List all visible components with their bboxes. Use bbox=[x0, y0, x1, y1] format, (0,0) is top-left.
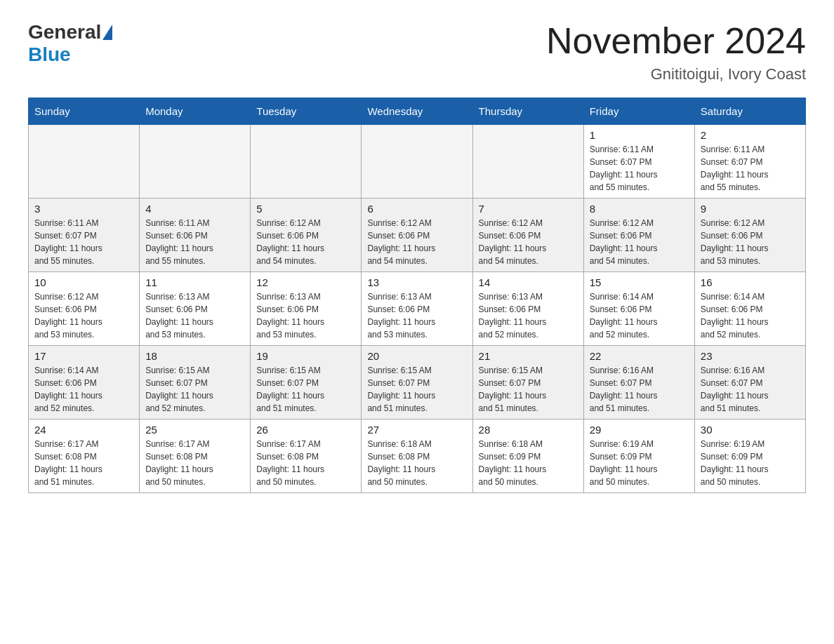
calendar-week-row: 3Sunrise: 6:11 AMSunset: 6:07 PMDaylight… bbox=[29, 199, 806, 272]
day-info: Sunrise: 6:12 AMSunset: 6:06 PMDaylight:… bbox=[590, 217, 689, 267]
day-info: Sunrise: 6:12 AMSunset: 6:06 PMDaylight:… bbox=[367, 217, 466, 267]
calendar-cell: 28Sunrise: 6:18 AMSunset: 6:09 PMDayligh… bbox=[472, 420, 583, 493]
calendar-cell: 27Sunrise: 6:18 AMSunset: 6:08 PMDayligh… bbox=[362, 420, 472, 493]
day-info: Sunrise: 6:17 AMSunset: 6:08 PMDaylight:… bbox=[256, 438, 355, 488]
calendar-cell: 17Sunrise: 6:14 AMSunset: 6:06 PMDayligh… bbox=[29, 346, 140, 420]
day-info: Sunrise: 6:13 AMSunset: 6:06 PMDaylight:… bbox=[145, 290, 244, 341]
calendar-cell: 26Sunrise: 6:17 AMSunset: 6:08 PMDayligh… bbox=[251, 420, 362, 493]
weekday-header-friday: Friday bbox=[583, 98, 694, 125]
day-number: 20 bbox=[367, 350, 466, 362]
calendar-cell: 10Sunrise: 6:12 AMSunset: 6:06 PMDayligh… bbox=[29, 272, 140, 346]
day-info: Sunrise: 6:12 AMSunset: 6:06 PMDaylight:… bbox=[701, 217, 800, 267]
day-info: Sunrise: 6:17 AMSunset: 6:08 PMDaylight:… bbox=[145, 438, 244, 488]
day-number: 4 bbox=[145, 203, 244, 215]
day-number: 5 bbox=[256, 203, 355, 215]
day-info: Sunrise: 6:13 AMSunset: 6:06 PMDaylight:… bbox=[367, 290, 466, 341]
day-number: 21 bbox=[479, 350, 578, 362]
calendar-cell: 11Sunrise: 6:13 AMSunset: 6:06 PMDayligh… bbox=[140, 272, 251, 346]
day-number: 2 bbox=[701, 129, 800, 141]
day-info: Sunrise: 6:18 AMSunset: 6:09 PMDaylight:… bbox=[479, 438, 578, 488]
day-number: 22 bbox=[590, 350, 689, 362]
day-info: Sunrise: 6:14 AMSunset: 6:06 PMDaylight:… bbox=[590, 290, 689, 341]
logo-blue-text: Blue bbox=[28, 43, 71, 65]
day-info: Sunrise: 6:19 AMSunset: 6:09 PMDaylight:… bbox=[701, 438, 800, 488]
day-info: Sunrise: 6:11 AMSunset: 6:07 PMDaylight:… bbox=[590, 143, 689, 194]
logo-general-text: General bbox=[28, 21, 101, 43]
day-info: Sunrise: 6:19 AMSunset: 6:09 PMDaylight:… bbox=[590, 438, 689, 488]
calendar-cell: 9Sunrise: 6:12 AMSunset: 6:06 PMDaylight… bbox=[694, 199, 805, 272]
weekday-header-thursday: Thursday bbox=[472, 98, 583, 125]
calendar-cell bbox=[251, 125, 362, 199]
day-number: 7 bbox=[479, 203, 578, 215]
day-info: Sunrise: 6:16 AMSunset: 6:07 PMDaylight:… bbox=[590, 364, 689, 415]
calendar-cell: 1Sunrise: 6:11 AMSunset: 6:07 PMDaylight… bbox=[583, 125, 694, 199]
day-info: Sunrise: 6:14 AMSunset: 6:06 PMDaylight:… bbox=[34, 364, 133, 415]
weekday-header-sunday: Sunday bbox=[29, 98, 140, 125]
calendar-cell: 8Sunrise: 6:12 AMSunset: 6:06 PMDaylight… bbox=[583, 199, 694, 272]
calendar-cell: 18Sunrise: 6:15 AMSunset: 6:07 PMDayligh… bbox=[140, 346, 251, 420]
calendar-cell: 6Sunrise: 6:12 AMSunset: 6:06 PMDaylight… bbox=[362, 199, 472, 272]
day-info: Sunrise: 6:11 AMSunset: 6:06 PMDaylight:… bbox=[145, 217, 244, 267]
day-number: 11 bbox=[145, 276, 244, 288]
calendar-cell: 2Sunrise: 6:11 AMSunset: 6:07 PMDaylight… bbox=[694, 125, 805, 199]
calendar-cell: 16Sunrise: 6:14 AMSunset: 6:06 PMDayligh… bbox=[694, 272, 805, 346]
month-title: November 2024 bbox=[546, 21, 806, 61]
location-subtitle: Gnititoigui, Ivory Coast bbox=[546, 65, 806, 83]
calendar-cell: 7Sunrise: 6:12 AMSunset: 6:06 PMDaylight… bbox=[472, 199, 583, 272]
day-number: 24 bbox=[34, 424, 133, 436]
calendar-cell bbox=[362, 125, 472, 199]
day-info: Sunrise: 6:17 AMSunset: 6:08 PMDaylight:… bbox=[34, 438, 133, 488]
calendar-cell: 12Sunrise: 6:13 AMSunset: 6:06 PMDayligh… bbox=[251, 272, 362, 346]
calendar-cell: 25Sunrise: 6:17 AMSunset: 6:08 PMDayligh… bbox=[140, 420, 251, 493]
day-number: 17 bbox=[34, 350, 133, 362]
calendar-cell bbox=[140, 125, 251, 199]
day-number: 14 bbox=[479, 276, 578, 288]
calendar-cell: 29Sunrise: 6:19 AMSunset: 6:09 PMDayligh… bbox=[583, 420, 694, 493]
day-info: Sunrise: 6:11 AMSunset: 6:07 PMDaylight:… bbox=[34, 217, 133, 267]
calendar-cell: 21Sunrise: 6:15 AMSunset: 6:07 PMDayligh… bbox=[472, 346, 583, 420]
day-number: 29 bbox=[590, 424, 689, 436]
day-info: Sunrise: 6:16 AMSunset: 6:07 PMDaylight:… bbox=[701, 364, 800, 415]
day-number: 30 bbox=[701, 424, 800, 436]
weekday-header-row: SundayMondayTuesdayWednesdayThursdayFrid… bbox=[29, 98, 806, 125]
day-number: 28 bbox=[479, 424, 578, 436]
day-number: 26 bbox=[256, 424, 355, 436]
calendar-week-row: 1Sunrise: 6:11 AMSunset: 6:07 PMDaylight… bbox=[29, 125, 806, 199]
day-info: Sunrise: 6:15 AMSunset: 6:07 PMDaylight:… bbox=[145, 364, 244, 415]
day-info: Sunrise: 6:18 AMSunset: 6:08 PMDaylight:… bbox=[367, 438, 466, 488]
weekday-header-wednesday: Wednesday bbox=[362, 98, 472, 125]
calendar-cell: 24Sunrise: 6:17 AMSunset: 6:08 PMDayligh… bbox=[29, 420, 140, 493]
day-number: 6 bbox=[367, 203, 466, 215]
weekday-header-monday: Monday bbox=[140, 98, 251, 125]
calendar-cell bbox=[29, 125, 140, 199]
day-number: 15 bbox=[590, 276, 689, 288]
calendar-cell: 13Sunrise: 6:13 AMSunset: 6:06 PMDayligh… bbox=[362, 272, 472, 346]
day-number: 16 bbox=[701, 276, 800, 288]
calendar-cell: 30Sunrise: 6:19 AMSunset: 6:09 PMDayligh… bbox=[694, 420, 805, 493]
day-info: Sunrise: 6:15 AMSunset: 6:07 PMDaylight:… bbox=[256, 364, 355, 415]
logo-triangle-icon bbox=[102, 25, 112, 40]
logo: General Blue bbox=[28, 21, 114, 66]
day-number: 9 bbox=[701, 203, 800, 215]
calendar-week-row: 24Sunrise: 6:17 AMSunset: 6:08 PMDayligh… bbox=[29, 420, 806, 493]
calendar-cell: 22Sunrise: 6:16 AMSunset: 6:07 PMDayligh… bbox=[583, 346, 694, 420]
day-info: Sunrise: 6:12 AMSunset: 6:06 PMDaylight:… bbox=[479, 217, 578, 267]
calendar-week-row: 10Sunrise: 6:12 AMSunset: 6:06 PMDayligh… bbox=[29, 272, 806, 346]
day-info: Sunrise: 6:11 AMSunset: 6:07 PMDaylight:… bbox=[701, 143, 800, 194]
day-number: 25 bbox=[145, 424, 244, 436]
calendar-cell: 14Sunrise: 6:13 AMSunset: 6:06 PMDayligh… bbox=[472, 272, 583, 346]
weekday-header-saturday: Saturday bbox=[694, 98, 805, 125]
calendar-cell: 4Sunrise: 6:11 AMSunset: 6:06 PMDaylight… bbox=[140, 199, 251, 272]
day-number: 13 bbox=[367, 276, 466, 288]
calendar-cell: 20Sunrise: 6:15 AMSunset: 6:07 PMDayligh… bbox=[362, 346, 472, 420]
day-info: Sunrise: 6:13 AMSunset: 6:06 PMDaylight:… bbox=[256, 290, 355, 341]
calendar-cell: 5Sunrise: 6:12 AMSunset: 6:06 PMDaylight… bbox=[251, 199, 362, 272]
calendar-table: SundayMondayTuesdayWednesdayThursdayFrid… bbox=[28, 98, 806, 493]
day-number: 27 bbox=[367, 424, 466, 436]
calendar-week-row: 17Sunrise: 6:14 AMSunset: 6:06 PMDayligh… bbox=[29, 346, 806, 420]
calendar-cell: 19Sunrise: 6:15 AMSunset: 6:07 PMDayligh… bbox=[251, 346, 362, 420]
day-number: 8 bbox=[590, 203, 689, 215]
page-header: General Blue November 2024 Gnititoigui, … bbox=[28, 21, 806, 83]
weekday-header-tuesday: Tuesday bbox=[251, 98, 362, 125]
day-number: 3 bbox=[34, 203, 133, 215]
